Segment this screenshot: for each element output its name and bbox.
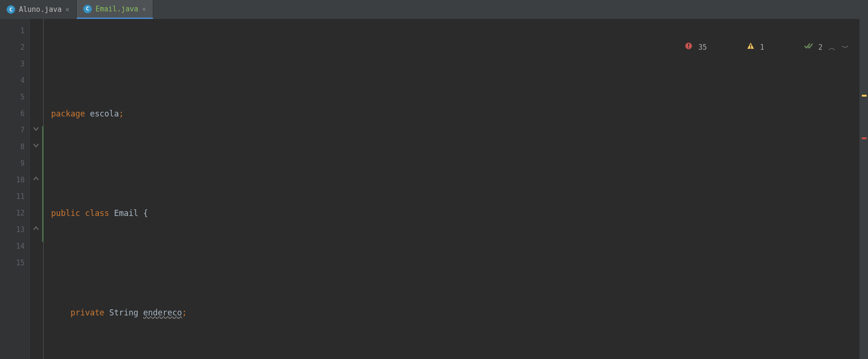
fold-toggle-icon[interactable] <box>33 126 39 132</box>
line-number[interactable]: 8 <box>0 139 25 155</box>
warning-icon <box>712 23 754 72</box>
tab-label: Aluno.java <box>19 5 62 14</box>
line-number[interactable]: 2 <box>0 39 25 56</box>
code-line[interactable] <box>45 354 868 359</box>
prev-highlight-icon[interactable]: ︿ <box>828 39 836 56</box>
line-number[interactable]: 1 <box>0 23 25 39</box>
svg-rect-2 <box>688 47 689 48</box>
error-icon <box>651 23 692 72</box>
inspection-widget[interactable]: 35 1 2 ︿ ﹀ <box>651 23 849 72</box>
line-number[interactable]: 10 <box>0 172 25 188</box>
tab-aluno[interactable]: C Aluno.java × <box>0 0 77 19</box>
next-highlight-icon[interactable]: ﹀ <box>841 39 849 56</box>
error-stripe[interactable] <box>859 19 868 359</box>
tab-email[interactable]: C Email.java × <box>77 0 153 19</box>
fold-toggle-icon[interactable] <box>33 142 39 149</box>
line-number[interactable]: 6 <box>0 106 25 122</box>
stripe-warning-mark[interactable] <box>862 95 867 97</box>
code-line[interactable]: package escola; <box>45 106 868 122</box>
code-line[interactable] <box>45 155 868 172</box>
editor: 1 2 3 4 5 6 7 8 9 10 11 12 13 14 15 35 1 <box>0 19 868 359</box>
line-number[interactable]: 15 <box>0 255 25 271</box>
tab-bar: C Aluno.java × C Email.java × <box>0 0 868 19</box>
fold-gutter <box>29 19 44 359</box>
tab-label: Email.java <box>96 5 138 13</box>
error-count: 35 <box>698 39 707 56</box>
code-line[interactable]: private String endereco; <box>45 305 868 321</box>
code-line[interactable] <box>45 255 868 271</box>
line-number[interactable]: 11 <box>0 188 25 205</box>
class-icon: C <box>83 5 92 13</box>
fold-end-icon[interactable] <box>33 225 39 232</box>
line-number[interactable]: 5 <box>0 89 25 106</box>
svg-rect-3 <box>750 45 751 47</box>
weak-warning-count: 2 <box>818 39 823 56</box>
line-number[interactable]: 13 <box>0 222 25 238</box>
stripe-error-mark[interactable] <box>862 137 867 139</box>
line-number[interactable]: 4 <box>0 72 25 89</box>
line-number[interactable]: 7 <box>0 122 25 139</box>
code-line[interactable]: public class Email { <box>45 205 868 222</box>
close-icon[interactable]: × <box>142 5 146 13</box>
line-number[interactable]: 12 <box>0 205 25 222</box>
warning-count: 1 <box>760 39 764 56</box>
line-number[interactable]: 3 <box>0 56 25 72</box>
line-number[interactable]: 9 <box>0 155 25 172</box>
svg-rect-1 <box>688 44 689 46</box>
svg-rect-4 <box>750 47 751 48</box>
line-number[interactable]: 14 <box>0 238 25 255</box>
class-icon: C <box>7 5 15 14</box>
line-number-gutter: 1 2 3 4 5 6 7 8 9 10 11 12 13 14 15 <box>0 19 29 359</box>
code-area[interactable]: 35 1 2 ︿ ﹀ package escola; public class … <box>44 19 868 359</box>
close-icon[interactable]: × <box>65 6 69 13</box>
weak-warning-icon <box>770 23 813 72</box>
fold-end-icon[interactable] <box>33 175 39 182</box>
